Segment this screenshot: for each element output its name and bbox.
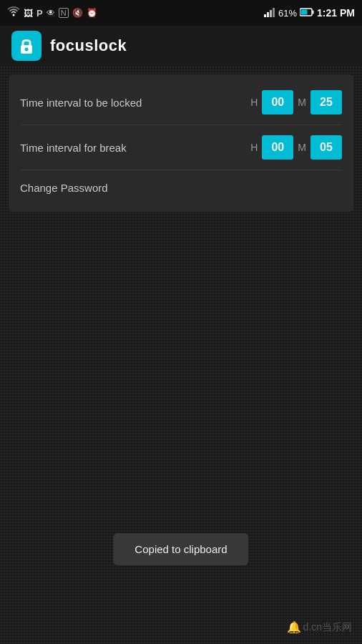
time-interval-locked-row[interactable]: Time interval to be locked H 00 M 25 bbox=[9, 80, 353, 125]
minutes-label-2: M bbox=[298, 142, 306, 153]
status-bar: 🖼 P 👁 N 🔇 ⏰ 61% 1 bbox=[0, 0, 362, 26]
p-icon: P bbox=[36, 8, 43, 19]
time-interval-break-controls: H 00 M 05 bbox=[250, 135, 342, 160]
svg-rect-1 bbox=[267, 12, 269, 17]
battery-icon bbox=[300, 8, 314, 19]
toast-message: Copied to clipboard bbox=[134, 543, 227, 555]
status-right: 61% 1:21 PM bbox=[264, 7, 355, 19]
watermark-text: d.cn当乐网 bbox=[303, 621, 352, 634]
image-icon: 🖼 bbox=[24, 8, 33, 19]
hours-label-2: H bbox=[250, 142, 258, 153]
svg-point-8 bbox=[25, 48, 29, 52]
break-hours-value[interactable]: 00 bbox=[262, 135, 293, 160]
nfc-icon: N bbox=[59, 8, 69, 18]
time-interval-break-label: Time interval for break bbox=[20, 142, 250, 154]
locked-hours-value[interactable]: 00 bbox=[262, 90, 293, 114]
watermark: 🔔 d.cn当乐网 bbox=[287, 620, 352, 634]
app-logo bbox=[11, 31, 41, 61]
battery-percent: 61% bbox=[278, 8, 297, 19]
mute-icon: 🔇 bbox=[72, 8, 83, 18]
svg-rect-0 bbox=[264, 14, 266, 17]
wifi-icon bbox=[7, 6, 20, 19]
toast-notification: Copied to clipboard bbox=[113, 533, 248, 565]
time-interval-locked-label: Time interval to be locked bbox=[20, 97, 250, 109]
alarm-icon: ⏰ bbox=[87, 8, 97, 18]
settings-card: Time interval to be locked H 00 M 25 Tim… bbox=[9, 74, 353, 212]
signal-icon bbox=[264, 7, 275, 19]
minutes-label-1: M bbox=[298, 97, 306, 108]
svg-rect-5 bbox=[313, 10, 314, 14]
status-icons: 🖼 P 👁 N 🔇 ⏰ bbox=[7, 6, 97, 19]
hours-label-1: H bbox=[250, 97, 258, 108]
app-title: focuslock bbox=[50, 36, 127, 55]
app-header: focuslock bbox=[0, 26, 362, 66]
time-interval-break-row[interactable]: Time interval for break H 00 M 05 bbox=[9, 125, 353, 170]
svg-rect-6 bbox=[301, 9, 308, 14]
svg-rect-3 bbox=[273, 8, 275, 17]
change-password-label: Change Password bbox=[20, 182, 108, 194]
change-password-row[interactable]: Change Password bbox=[9, 170, 353, 206]
break-minutes-value[interactable]: 05 bbox=[310, 135, 342, 160]
watermark-icon: 🔔 bbox=[287, 620, 301, 634]
svg-rect-2 bbox=[270, 10, 272, 17]
status-time: 1:21 PM bbox=[317, 7, 355, 19]
locked-minutes-value[interactable]: 25 bbox=[310, 90, 342, 114]
eye-icon: 👁 bbox=[47, 8, 55, 18]
time-interval-locked-controls: H 00 M 25 bbox=[250, 90, 342, 114]
